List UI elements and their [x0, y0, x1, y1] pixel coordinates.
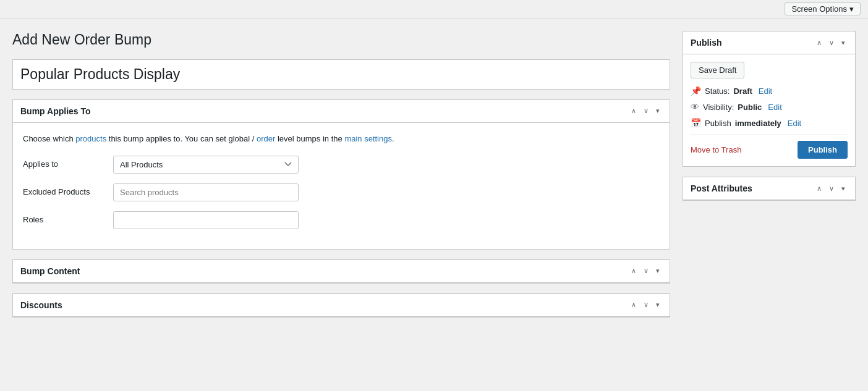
bump-content-title: Bump Content	[20, 266, 80, 276]
bump-applies-to-controls: ∧ ∨ ▾	[629, 106, 662, 116]
post-attributes-down-btn[interactable]: ∨	[827, 184, 836, 193]
publish-time-value: immediately	[735, 119, 781, 128]
pin-icon: 📌	[691, 86, 701, 96]
excluded-products-input[interactable]	[113, 183, 299, 201]
post-attributes-title: Post Attributes	[691, 183, 752, 193]
post-attributes-collapse-btn[interactable]: ▾	[839, 184, 848, 193]
post-title-input[interactable]	[12, 59, 670, 90]
post-attributes-box: Post Attributes ∧ ∨ ▾	[683, 177, 856, 201]
bump-applies-to-up-btn[interactable]: ∧	[629, 106, 639, 116]
excluded-products-row: Excluded Products	[23, 183, 660, 201]
status-row: 📌 Status: Draft Edit	[691, 86, 848, 96]
status-label: Status:	[705, 86, 730, 96]
publish-label-inline: Publish	[705, 119, 731, 128]
eye-icon: 👁	[691, 102, 699, 112]
bump-content-header[interactable]: Bump Content ∧ ∨ ▾	[13, 260, 670, 283]
status-value: Draft	[733, 86, 752, 96]
products-link[interactable]: products	[75, 134, 106, 143]
publish-box-header[interactable]: Publish ∧ ∨ ▾	[683, 32, 855, 54]
publish-time-row: 📅 Publish immediately Edit	[691, 118, 848, 128]
discounts-up-btn[interactable]: ∧	[629, 300, 639, 309]
visibility-label: Visibility:	[703, 103, 734, 112]
screen-options-button[interactable]: Screen Options ▾	[785, 2, 861, 15]
roles-row: Roles	[23, 211, 660, 229]
applies-to-label: Applies to	[23, 156, 103, 169]
page-title: Add New Order Bump	[12, 31, 670, 49]
visibility-value: Public	[738, 103, 762, 112]
bump-content-controls: ∧ ∨ ▾	[629, 266, 662, 275]
post-attributes-controls: ∧ ∨ ▾	[814, 184, 848, 193]
applies-to-control-wrap: All Products Specific Products Product C…	[113, 156, 299, 174]
visibility-edit-link[interactable]: Edit	[768, 103, 781, 112]
bump-content-collapse-btn[interactable]: ▾	[653, 266, 662, 275]
move-to-trash-link[interactable]: Move to Trash	[691, 145, 741, 154]
applies-to-select[interactable]: All Products Specific Products Product C…	[113, 156, 299, 174]
discounts-controls: ∧ ∨ ▾	[629, 300, 662, 309]
applies-to-row: Applies to All Products Specific Product…	[23, 156, 660, 174]
discounts-collapse-btn[interactable]: ▾	[653, 300, 662, 309]
publish-box-collapse-btn[interactable]: ▾	[839, 38, 848, 48]
post-attributes-up-btn[interactable]: ∧	[814, 184, 824, 193]
order-link[interactable]: order	[257, 134, 275, 143]
calendar-icon: 📅	[691, 118, 701, 128]
bump-applies-to-down-btn[interactable]: ∨	[641, 106, 651, 116]
status-edit-link[interactable]: Edit	[759, 86, 772, 96]
bump-content-up-btn[interactable]: ∧	[629, 266, 639, 275]
publish-box-down-btn[interactable]: ∨	[827, 38, 836, 48]
discounts-header[interactable]: Discounts ∧ ∨ ▾	[13, 294, 670, 317]
screen-options-chevron: ▾	[849, 4, 854, 14]
excluded-products-label: Excluded Products	[23, 183, 103, 196]
main-settings-link[interactable]: main settings	[344, 134, 392, 143]
discounts-title: Discounts	[20, 300, 62, 310]
publish-box: Publish ∧ ∨ ▾ Save Draft 📌 Status: Draft…	[683, 31, 856, 167]
publish-box-controls: ∧ ∨ ▾	[814, 38, 848, 48]
roles-control-wrap	[113, 211, 299, 229]
publish-button[interactable]: Publish	[798, 141, 848, 159]
bump-applies-to-header[interactable]: Bump Applies To ∧ ∨ ▾	[13, 100, 670, 123]
content-area: Add New Order Bump Bump Applies To ∧ ∨ ▾…	[12, 31, 670, 327]
bump-applies-to-collapse-btn[interactable]: ▾	[653, 106, 662, 116]
bump-content-down-btn[interactable]: ∨	[641, 266, 651, 275]
bump-applies-to-body: Choose which products this bump applies …	[13, 123, 670, 249]
discounts-down-btn[interactable]: ∨	[641, 300, 651, 309]
bump-content-metabox: Bump Content ∧ ∨ ▾	[12, 259, 670, 284]
bump-applies-to-metabox: Bump Applies To ∧ ∨ ▾ Choose which produ…	[12, 99, 670, 250]
top-bar: Screen Options ▾	[0, 0, 868, 19]
roles-label: Roles	[23, 211, 103, 224]
discounts-metabox: Discounts ∧ ∨ ▾	[12, 293, 670, 317]
publish-time-edit-link[interactable]: Edit	[788, 119, 801, 128]
publish-box-body: Save Draft 📌 Status: Draft Edit 👁 Visibi…	[683, 54, 855, 166]
publish-box-up-btn[interactable]: ∧	[814, 38, 824, 48]
roles-input[interactable]	[113, 211, 299, 229]
save-draft-button[interactable]: Save Draft	[691, 62, 744, 78]
bump-applies-to-description: Choose which products this bump applies …	[23, 133, 660, 146]
publish-footer: Move to Trash Publish	[691, 134, 848, 159]
sidebar: Publish ∧ ∨ ▾ Save Draft 📌 Status: Draft…	[683, 31, 856, 327]
post-attributes-header[interactable]: Post Attributes ∧ ∨ ▾	[683, 177, 855, 200]
bump-applies-to-title: Bump Applies To	[20, 106, 91, 116]
publish-box-title: Publish	[691, 38, 722, 48]
excluded-products-control-wrap	[113, 183, 299, 201]
visibility-row: 👁 Visibility: Public Edit	[691, 102, 848, 112]
main-layout: Add New Order Bump Bump Applies To ∧ ∨ ▾…	[0, 19, 868, 340]
screen-options-label: Screen Options	[791, 4, 847, 14]
